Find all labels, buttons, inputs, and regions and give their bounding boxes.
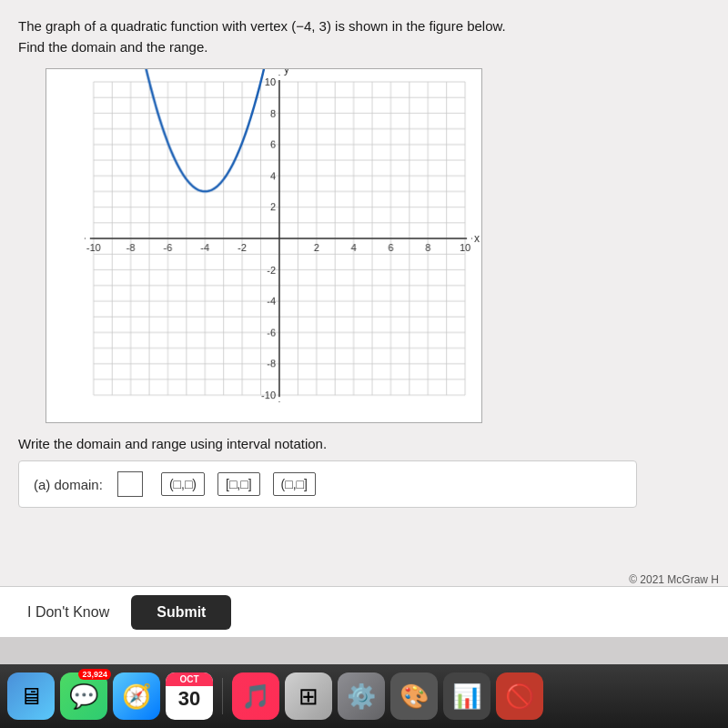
question-text: The graph of a quadratic function with v… xyxy=(18,16,673,57)
misc-icon-1[interactable]: 🎨 xyxy=(390,672,438,720)
domain-input-box[interactable] xyxy=(117,471,143,497)
write-domain-instruction: Write the domain and range using interva… xyxy=(18,436,710,451)
settings-icon[interactable]: ⚙️ xyxy=(338,672,385,720)
calendar-month: OCT xyxy=(166,672,213,686)
misc-icon-2[interactable]: 📊 xyxy=(443,672,490,720)
copyright: © 2021 McGraw H xyxy=(629,573,719,586)
stop-icon[interactable]: 🚫 xyxy=(496,672,543,720)
safari-icon[interactable]: 🧭 xyxy=(113,672,160,720)
interval-half-open-btn[interactable]: (□,□] xyxy=(273,472,316,496)
interval-closed-btn[interactable]: [□,□] xyxy=(217,472,260,496)
finder-icon[interactable]: 🖥 xyxy=(7,672,55,720)
submit-button[interactable]: Submit xyxy=(131,595,231,630)
launchpad-icon[interactable]: ⊞ xyxy=(285,672,332,720)
interval-open-btn[interactable]: (□,□) xyxy=(161,472,205,496)
messages-icon[interactable]: 💬 23,924 xyxy=(60,672,107,720)
graph-area xyxy=(46,68,482,423)
calendar-day: 30 xyxy=(178,686,200,713)
dont-know-button[interactable]: I Don't Know xyxy=(11,595,126,630)
dock-separator xyxy=(222,678,223,714)
interval-options-group: (□,□) [□,□] (□,□] xyxy=(161,472,316,496)
taskbar: 🖥 💬 23,924 🧭 OCT 30 🎵 ⊞ ⚙️ 🎨 📊 🚫 xyxy=(0,664,728,728)
domain-answer-row: (a) domain: (□,□) [□,□] (□,□] xyxy=(18,460,637,508)
button-bar: I Don't Know Submit xyxy=(0,586,728,637)
music-icon[interactable]: 🎵 xyxy=(232,672,279,720)
messages-badge: 23,924 xyxy=(78,669,111,680)
calendar-icon[interactable]: OCT 30 xyxy=(166,672,213,720)
domain-label: (a) domain: xyxy=(34,477,103,492)
